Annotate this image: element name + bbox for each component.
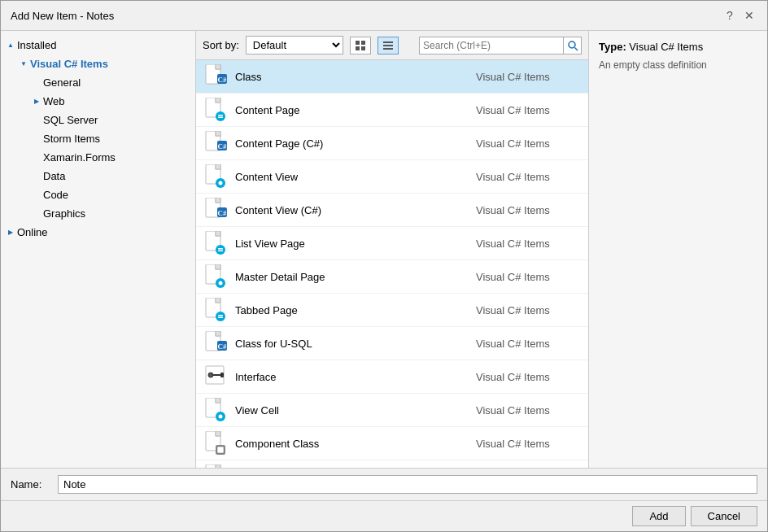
item-name: View Cell xyxy=(235,404,476,416)
svg-point-38 xyxy=(216,245,225,255)
type-label: Type: xyxy=(599,41,626,53)
list-item[interactable]: Content ViewVisual C# Items xyxy=(196,160,588,194)
list-item[interactable]: ⚙ Application Configuration FileVisual C… xyxy=(196,460,588,468)
search-button[interactable] xyxy=(563,37,581,55)
svg-rect-22 xyxy=(216,131,220,136)
svg-point-7 xyxy=(569,41,575,48)
type-value: Visual C# Items xyxy=(629,41,703,53)
right-panel: Type: Visual C# Items An empty class def… xyxy=(588,31,767,468)
list-item[interactable]: C# Content Page (C#)Visual C# Items xyxy=(196,127,588,160)
help-button[interactable]: ? xyxy=(722,7,738,24)
tree-item-installed[interactable]: ▲Installed xyxy=(1,36,195,55)
item-name: Interface xyxy=(235,371,476,383)
item-name: Tabbed Page xyxy=(235,304,476,316)
tree-item-graphics[interactable]: Graphics xyxy=(1,204,195,223)
svg-rect-3 xyxy=(361,46,365,50)
tree-item-general[interactable]: General xyxy=(1,73,195,92)
item-name: Content Page xyxy=(235,104,476,116)
item-name: Content View xyxy=(235,171,476,183)
item-category: Visual C# Items xyxy=(476,171,582,183)
svg-rect-48 xyxy=(216,298,220,303)
cancel-button[interactable]: Cancel xyxy=(691,506,757,526)
list-item[interactable]: InterfaceVisual C# Items xyxy=(196,360,588,394)
tree-arrow-installed: ▲ xyxy=(4,41,17,49)
name-bar: Name: xyxy=(1,468,767,500)
tree-item-xamarin-forms[interactable]: Xamarin.Forms xyxy=(1,148,195,167)
search-input[interactable] xyxy=(420,38,563,53)
item-category: Visual C# Items xyxy=(476,304,582,316)
tree-item-web[interactable]: ▶Web xyxy=(1,92,195,111)
item-name: Content View (C#) xyxy=(235,204,476,216)
svg-text:C#: C# xyxy=(218,209,227,217)
item-name: Class xyxy=(235,71,476,83)
tree-label-web: Web xyxy=(43,95,65,107)
item-name: Component Class xyxy=(235,438,476,450)
tree-item-code[interactable]: Code xyxy=(1,185,195,204)
tree-label-storm-items: Storm Items xyxy=(43,133,100,145)
svg-point-65 xyxy=(219,415,223,419)
svg-line-8 xyxy=(574,47,578,50)
name-input[interactable] xyxy=(58,475,757,494)
svg-rect-54 xyxy=(216,331,220,336)
tree-label-graphics: Graphics xyxy=(43,207,85,220)
toolbar: Sort by: DefaultNameType xyxy=(196,31,588,60)
tree-label-general: General xyxy=(43,76,81,89)
add-button[interactable]: Add xyxy=(632,506,685,526)
left-panel: ▲Installed▼Visual C# ItemsGeneral▶WebSQL… xyxy=(1,31,196,468)
sort-select[interactable]: DefaultNameType xyxy=(246,36,343,55)
tree-label-data: Data xyxy=(43,170,65,182)
svg-rect-27 xyxy=(216,164,220,169)
item-icon xyxy=(203,364,229,390)
type-description: An empty class definition xyxy=(599,59,757,71)
list-item[interactable]: Master Detail PageVisual C# Items xyxy=(196,260,588,294)
item-category: Visual C# Items xyxy=(476,137,582,150)
tree-label-installed: Installed xyxy=(17,39,56,51)
item-icon xyxy=(203,264,229,290)
tree-item-data[interactable]: Data xyxy=(1,167,195,185)
svg-rect-70 xyxy=(217,447,224,453)
svg-point-58 xyxy=(208,373,213,377)
list-item[interactable]: C# Content View (C#)Visual C# Items xyxy=(196,194,588,227)
svg-rect-51 xyxy=(218,317,223,319)
svg-rect-18 xyxy=(218,115,223,116)
item-category: Visual C# Items xyxy=(476,338,582,350)
item-icon xyxy=(203,164,229,190)
tree-item-sql-server[interactable]: SQL Server xyxy=(1,111,195,129)
tree-item-online[interactable]: ▶Online xyxy=(1,223,195,242)
svg-rect-1 xyxy=(361,41,365,45)
footer-bar: Add Cancel xyxy=(1,500,767,531)
close-button[interactable]: ✕ xyxy=(741,7,757,24)
content-area: ▲Installed▼Visual C# ItemsGeneral▶WebSQL… xyxy=(1,31,767,468)
svg-rect-11 xyxy=(216,64,220,69)
svg-rect-63 xyxy=(216,398,220,403)
svg-rect-5 xyxy=(383,45,393,46)
list-item[interactable]: View CellVisual C# Items xyxy=(196,394,588,427)
svg-rect-32 xyxy=(216,198,220,203)
item-icon: C# xyxy=(203,197,229,223)
list-item[interactable]: C# Class for U-SQLVisual C# Items xyxy=(196,327,588,360)
svg-rect-68 xyxy=(216,431,220,436)
dialog: Add New Item - Notes ? ✕ ▲Installed▼Visu… xyxy=(0,0,768,532)
dialog-title: Add New Item - Notes xyxy=(11,10,114,22)
item-icon: C# xyxy=(203,130,229,156)
list-item[interactable]: Component ClassVisual C# Items xyxy=(196,427,588,460)
list-view-button[interactable] xyxy=(377,37,399,55)
list-item[interactable]: Tabbed PageVisual C# Items xyxy=(196,294,588,327)
tree-item-storm-items[interactable]: Storm Items xyxy=(1,129,195,148)
svg-rect-40 xyxy=(218,251,223,252)
svg-rect-19 xyxy=(218,117,223,119)
item-category: Visual C# Items xyxy=(476,71,582,83)
svg-rect-2 xyxy=(356,46,360,50)
tree-label-online: Online xyxy=(17,226,48,238)
item-icon xyxy=(203,397,229,423)
grid-view-button[interactable] xyxy=(350,37,371,55)
list-item[interactable]: Content PageVisual C# Items xyxy=(196,94,588,127)
svg-rect-4 xyxy=(383,41,393,43)
tree-arrow-visual-cs-items: ▼ xyxy=(17,60,30,68)
svg-rect-60 xyxy=(220,373,224,377)
list-item[interactable]: List View PageVisual C# Items xyxy=(196,227,588,260)
list-item[interactable]: C# ClassVisual C# Items xyxy=(196,60,588,94)
svg-rect-43 xyxy=(216,264,220,269)
item-icon xyxy=(203,97,229,123)
tree-item-visual-cs-items[interactable]: ▼Visual C# Items xyxy=(1,55,195,73)
